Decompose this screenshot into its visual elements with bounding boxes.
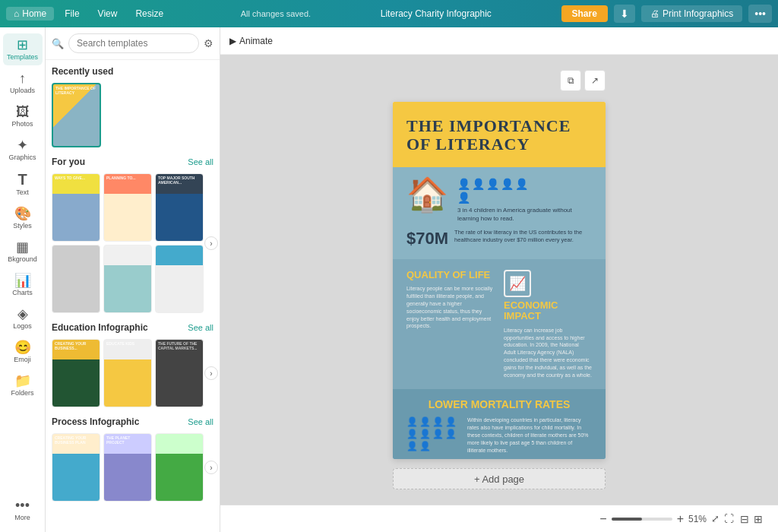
mortality-icons: 👤 👤 👤 👤 👤 👤 👤 👤 👤 👤 xyxy=(406,416,460,451)
page-layout-icon[interactable]: ⊟ xyxy=(740,513,749,525)
sidebar-item-templates[interactable]: ⊞ Templates xyxy=(3,33,43,65)
edu-thumb-1[interactable]: CREATING YOUR BUSINESS... xyxy=(52,339,100,407)
zoom-level: 51% xyxy=(688,514,707,524)
templates-icon: ⊞ xyxy=(17,38,28,52)
zoom-in-button[interactable]: + xyxy=(677,512,684,526)
emoji-icon: 😊 xyxy=(14,340,31,354)
share-canvas-button[interactable]: ↗ xyxy=(584,70,606,91)
animate-icon: ▶ xyxy=(229,36,236,46)
view-menu[interactable]: View xyxy=(90,7,125,21)
stat-desc: The rate of low literacy in the US contr… xyxy=(454,229,592,244)
folders-icon: 📁 xyxy=(14,374,31,388)
proc-thumb-3[interactable] xyxy=(155,433,204,502)
recent-thumb-1[interactable]: THE IMPORTANCE OF LITERACY xyxy=(52,83,101,147)
process-grid: CREATING YOUR BUSINESS PLAN THE PLANET P… xyxy=(52,433,213,502)
process-title: Process Infographic xyxy=(52,416,139,427)
animate-button[interactable]: ▶ Animate xyxy=(229,36,273,46)
proc-thumb-1[interactable]: CREATING YOUR BUSINESS PLAN xyxy=(52,433,100,502)
sidebar-item-styles[interactable]: 🎨 Styles xyxy=(3,202,43,234)
grid-view-icon[interactable]: ⊞ xyxy=(754,513,763,525)
download-button[interactable]: ⬇ xyxy=(614,5,635,23)
edu-thumb-3[interactable]: THE FUTURE OF THE CAPITAL MARKETS... xyxy=(155,339,204,407)
search-input[interactable] xyxy=(68,33,199,53)
main-layout: ⊞ Templates ↑ Uploads 🖼 Photos ✦ Graphic… xyxy=(0,27,778,532)
edu-thumb-2[interactable]: EDUCATE KIDS xyxy=(103,339,152,407)
sidebar-item-background[interactable]: ▦ Bkground xyxy=(3,236,43,268)
mortality-section: LOWER MORTALITY RATES 👤 👤 👤 👤 👤 👤 👤 👤 👤 xyxy=(393,389,606,459)
animate-label: Animate xyxy=(239,36,273,46)
for-you-thumb-5[interactable] xyxy=(103,245,152,313)
sidebar-item-text[interactable]: T Text xyxy=(3,167,43,201)
print-button[interactable]: 🖨 Print Infographics xyxy=(641,5,742,22)
sidebar-item-folders[interactable]: 📁 Folders xyxy=(3,369,43,401)
graphics-icon: ✦ xyxy=(17,138,28,152)
quality-col: QUALITY OF LIFE Literacy people can be m… xyxy=(406,270,495,378)
text-icon: T xyxy=(17,172,27,187)
chart-icon-box: 📈 xyxy=(504,270,531,297)
for-you-see-all[interactable]: See all xyxy=(188,157,213,166)
sidebar-item-graphics[interactable]: ✦ Graphics xyxy=(3,134,43,166)
sidebar-item-emoji[interactable]: 😊 Emoji xyxy=(3,336,43,368)
big-stat: $70M xyxy=(406,229,448,249)
process-next-arrow[interactable]: › xyxy=(204,461,218,474)
for-you-thumb-1[interactable]: WAYS TO GIVE... xyxy=(52,173,100,242)
sidebar-item-uploads[interactable]: ↑ Uploads xyxy=(3,67,43,99)
for-you-next-arrow[interactable]: › xyxy=(204,236,218,250)
sidebar-item-charts[interactable]: 📊 Charts xyxy=(3,269,43,301)
logos-icon: ◈ xyxy=(17,307,28,321)
print-icon: 🖨 xyxy=(650,8,659,19)
infographic-title: THE IMPORTANCE OF LITERACY xyxy=(406,117,592,154)
for-you-section: For you See all WAYS TO GIVE... PLANNING… xyxy=(52,157,213,313)
search-bar: 🔍 ⚙ xyxy=(46,27,220,60)
more-button[interactable]: ••• xyxy=(748,5,772,23)
for-you-thumb-4[interactable] xyxy=(52,245,100,313)
home-button[interactable]: ⌂ Home xyxy=(6,7,54,21)
stat-people-text: 3 in 4 children in America graduate with… xyxy=(457,207,592,223)
quality-body: Literacy people can be more socially ful… xyxy=(406,285,495,330)
for-you-thumb-6[interactable] xyxy=(155,245,204,313)
add-page-button[interactable]: + Add page xyxy=(393,468,606,489)
process-see-all[interactable]: See all xyxy=(188,417,213,426)
fit-button[interactable]: ⤢ xyxy=(711,513,719,524)
more-icon: ••• xyxy=(15,499,30,512)
canvas-toolbar: ▶ Animate xyxy=(220,27,778,55)
fullscreen-button[interactable]: ⛶ xyxy=(724,513,734,524)
education-see-all[interactable]: See all xyxy=(188,323,213,332)
filter-icon[interactable]: ⚙ xyxy=(204,37,213,49)
resize-menu[interactable]: Resize xyxy=(128,7,171,21)
for-you-thumb-2[interactable]: PLANNING TO... xyxy=(103,173,152,242)
process-section: Process Infographic See all CREATING YOU… xyxy=(52,416,213,502)
for-you-thumb-3[interactable]: TOP MAJOR SOUTH AMERICAN... xyxy=(155,173,204,242)
education-title: Education Infographic xyxy=(52,322,148,333)
for-you-title: For you xyxy=(52,157,85,167)
share-button[interactable]: Share xyxy=(561,5,608,22)
sidebar-icons: ⊞ Templates ↑ Uploads 🖼 Photos ✦ Graphic… xyxy=(0,27,46,532)
economic-title: ECONOMIC IMPACT xyxy=(504,300,592,322)
copy-canvas-button[interactable]: ⧉ xyxy=(560,70,581,91)
canvas-scroll[interactable]: ⧉ ↗ THE IMPORTANCE OF LITERACY 🏠 xyxy=(220,55,778,505)
sidebar-item-photos[interactable]: 🖼 Photos xyxy=(3,100,43,132)
photos-icon: 🖼 xyxy=(16,105,30,119)
saved-status: All changes saved. xyxy=(241,9,311,18)
document-title: Literacy Charity Infographic xyxy=(381,8,492,19)
sidebar-item-logos[interactable]: ◈ Logos xyxy=(3,302,43,334)
quality-title: QUALITY OF LIFE xyxy=(406,270,495,280)
recently-used-title: Recently used xyxy=(52,66,113,77)
house-icon: 🏠 xyxy=(406,178,448,211)
sidebar-item-more[interactable]: ••• More xyxy=(3,494,43,526)
education-next-arrow[interactable]: › xyxy=(204,366,218,380)
economic-body: Literacy can increase job opportunities … xyxy=(504,327,592,379)
uploads-icon: ↑ xyxy=(19,71,26,85)
topbar: ⌂ Home File View Resize All changes save… xyxy=(0,0,778,27)
home-label: Home xyxy=(22,8,46,19)
infographic-stats: 🏠 👤 👤 👤 👤 👤 👤 3 in 4 children in America xyxy=(393,167,606,259)
for-you-grid: WAYS TO GIVE... PLANNING TO... TOP MAJOR… xyxy=(52,173,213,313)
zoom-out-button[interactable]: − xyxy=(599,512,606,526)
bottom-bar: − + 51% ⤢ ⛶ ⊟ ⊞ xyxy=(220,505,778,532)
page-controls: ⊟ ⊞ xyxy=(740,513,763,525)
zoom-controls: − + 51% ⤢ ⛶ xyxy=(599,512,734,526)
styles-icon: 🎨 xyxy=(14,207,31,220)
proc-thumb-2[interactable]: THE PLANET PROJECT xyxy=(103,433,152,502)
file-menu[interactable]: File xyxy=(57,7,87,21)
economic-col: 📈 ECONOMIC IMPACT Literacy can increase … xyxy=(504,270,592,378)
